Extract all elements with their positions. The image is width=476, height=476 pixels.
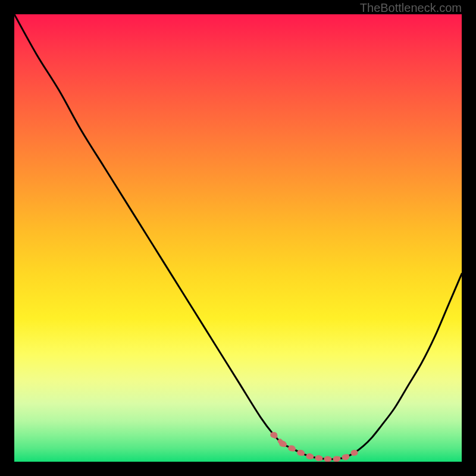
attribution-label: TheBottleneck.com: [360, 1, 462, 15]
chart-frame: TheBottleneck.com: [0, 0, 476, 476]
optimal-zone-dot: [297, 450, 304, 456]
optimal-zone-dot: [288, 445, 295, 451]
optimal-zone-dot: [315, 455, 322, 461]
optimal-zone-dot: [306, 453, 313, 459]
optimal-zone-dot: [270, 432, 277, 438]
chart-plot-area: [14, 14, 462, 462]
optimal-zone-dot: [342, 454, 349, 460]
optimal-zone-dot: [279, 441, 286, 447]
optimal-zone-dot: [351, 450, 358, 456]
chart-svg-layer: [14, 14, 462, 462]
bottleneck-curve: [14, 14, 462, 459]
